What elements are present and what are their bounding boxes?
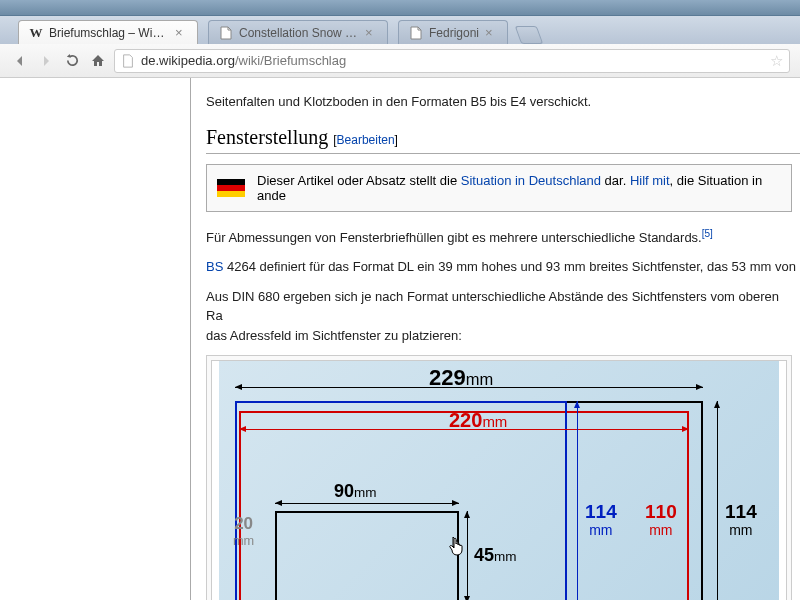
browser-toolbar: de.wikipedia.org/wiki/Briefumschlag ☆ bbox=[0, 44, 800, 78]
paragraph: Aus DIN 680 ergeben sich je nach Format … bbox=[206, 287, 796, 346]
ref-link[interactable]: [5] bbox=[702, 228, 713, 239]
home-button[interactable] bbox=[88, 51, 108, 71]
tab-inactive[interactable]: Fedrigoni × bbox=[398, 20, 508, 44]
close-icon[interactable]: × bbox=[175, 26, 189, 40]
back-button[interactable] bbox=[10, 51, 30, 71]
close-icon[interactable]: × bbox=[365, 26, 379, 40]
tab-active[interactable]: W Briefumschlag – Wikipedia × bbox=[18, 20, 198, 44]
reload-button[interactable] bbox=[62, 51, 82, 71]
dim-label: 114mm bbox=[725, 503, 757, 537]
dim-label: 114mm bbox=[585, 503, 617, 537]
sidebar-border bbox=[190, 78, 191, 600]
dim-label: 110mm bbox=[645, 503, 677, 537]
dim-label: 45mm bbox=[474, 545, 517, 566]
edit-link[interactable]: Bearbeiten bbox=[337, 133, 395, 147]
dim-arrow bbox=[717, 401, 718, 600]
dim-label: 220mm bbox=[449, 409, 507, 432]
url-text: de.wikipedia.org/wiki/Briefumschlag bbox=[141, 53, 770, 68]
new-tab-button[interactable] bbox=[515, 26, 544, 44]
link[interactable]: Situation in Deutschland bbox=[461, 173, 601, 188]
envelope-diagram[interactable]: 229mm 220mm 90mm 20mm 45mm bbox=[219, 361, 779, 600]
dim-label: 20mm bbox=[233, 516, 254, 548]
rect-window bbox=[275, 511, 459, 600]
dim-label: 90mm bbox=[334, 481, 377, 502]
close-icon[interactable]: × bbox=[485, 26, 499, 40]
bookmark-icon[interactable]: ☆ bbox=[770, 52, 783, 70]
forward-button[interactable] bbox=[36, 51, 56, 71]
paragraph: Für Abmessungen von Fensterbriefhüllen g… bbox=[206, 226, 796, 248]
tabs-bar: W Briefumschlag – Wikipedia × Constellat… bbox=[0, 16, 800, 44]
page-content: Seitenfalten und Klotzboden in den Forma… bbox=[0, 78, 800, 600]
tab-title: Constellation Snow - Pape bbox=[239, 26, 359, 40]
dim-label: 229mm bbox=[429, 365, 493, 391]
notice-box: Dieser Artikel oder Absatz stellt die Si… bbox=[206, 164, 792, 212]
link[interactable]: Hilf mit bbox=[630, 173, 670, 188]
tab-title: Fedrigoni bbox=[429, 26, 479, 40]
section-heading: Fensterstellung [Bearbeiten] bbox=[206, 126, 800, 154]
url-bar[interactable]: de.wikipedia.org/wiki/Briefumschlag ☆ bbox=[114, 49, 790, 73]
germany-flag-icon bbox=[217, 179, 245, 197]
tab-inactive[interactable]: Constellation Snow - Pape × bbox=[208, 20, 388, 44]
window-frame bbox=[0, 0, 800, 16]
link[interactable]: BS bbox=[206, 259, 223, 274]
paragraph: Seitenfalten und Klotzboden in den Forma… bbox=[206, 92, 796, 112]
dim-arrow bbox=[275, 503, 459, 504]
paragraph: BS 4264 definiert für das Format DL ein … bbox=[206, 257, 796, 277]
page-icon bbox=[219, 26, 233, 40]
notice-text: Dieser Artikel oder Absatz stellt die Si… bbox=[257, 173, 781, 203]
wikipedia-icon: W bbox=[29, 26, 43, 40]
dim-arrow bbox=[467, 511, 468, 600]
page-icon bbox=[121, 54, 135, 68]
figure-thumb: 229mm 220mm 90mm 20mm 45mm bbox=[206, 355, 792, 600]
tab-title: Briefumschlag – Wikipedia bbox=[49, 26, 169, 40]
dim-arrow bbox=[577, 401, 578, 600]
article-body: Seitenfalten und Klotzboden in den Forma… bbox=[200, 78, 800, 600]
page-icon bbox=[409, 26, 423, 40]
